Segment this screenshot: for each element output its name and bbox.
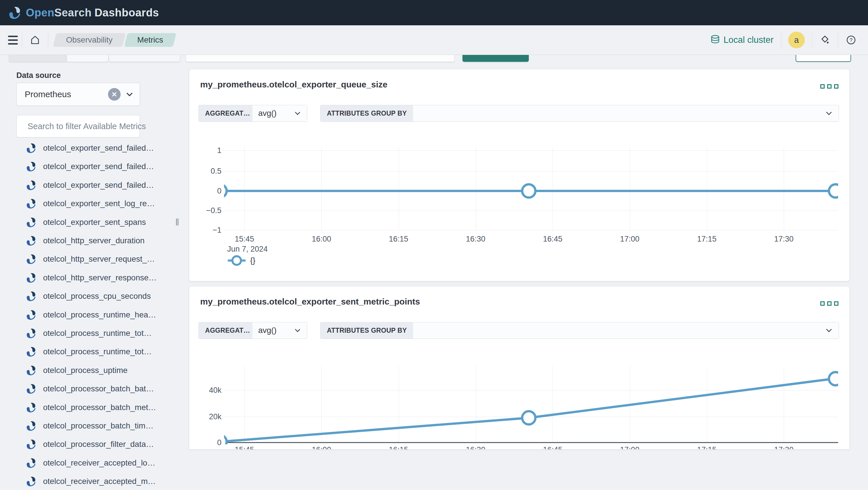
y-axis-tick-label: 0 [192, 438, 221, 447]
toolbar-primary-button-partial[interactable] [462, 55, 529, 62]
metric-list-item[interactable]: otelcol_processor_batch_bat… [25, 381, 154, 397]
toolbar-secondary-button-partial[interactable] [796, 55, 851, 62]
group-by-select[interactable]: ATTRIBUTES GROUP BY [320, 322, 839, 339]
metric-list-item[interactable]: otelcol_process_runtime_hea… [25, 307, 156, 323]
clear-selection-button[interactable] [108, 88, 121, 100]
divider [48, 32, 48, 48]
database-icon [710, 35, 720, 45]
breadcrumb-metrics[interactable]: Metrics [126, 33, 175, 47]
metric-list-item[interactable]: otelcol_http_server_response… [25, 270, 157, 286]
y-axis-tick-label: −1 [192, 226, 221, 235]
metrics-search-input[interactable]: Search to filter Available Metrics [17, 115, 140, 138]
divider [838, 32, 838, 48]
aggregation-select[interactable]: AGGREGAT… avg() [198, 322, 307, 339]
opensearch-brand[interactable]: OpenSearchDashboards [7, 5, 159, 20]
metric-list-item[interactable]: otelcol_processor_batch_tim… [25, 418, 153, 434]
available-metrics-list: otelcol_exporter_send_failed… otelcol_ex… [0, 140, 184, 490]
metric-list-item[interactable]: otelcol_process_runtime_tot… [25, 344, 152, 360]
chevron-down-icon [294, 110, 301, 117]
opensearch-metric-icon [25, 217, 37, 228]
hamburger-icon [8, 36, 18, 45]
toolbar-date-partial[interactable] [67, 55, 108, 62]
toolbar-range-partial[interactable] [109, 55, 180, 62]
svg-text:?: ? [849, 37, 852, 43]
metric-list-item[interactable]: otelcol_exporter_send_failed… [25, 177, 154, 193]
aggregation-label: AGGREGAT… [199, 322, 252, 339]
panel-actions-icon[interactable] [820, 301, 838, 306]
metric-name: otelcol_exporter_send_failed… [43, 143, 154, 153]
y-axis-tick-label: −0.5 [192, 206, 221, 215]
x-axis-tick-label: 17:30 [774, 235, 794, 243]
metric-list-item[interactable]: otelcol_http_server_duration [25, 233, 145, 249]
breadcrumb-observability[interactable]: Observability [55, 33, 124, 47]
help-icon: ? [846, 35, 856, 45]
metric-name: otelcol_exporter_send_failed… [43, 162, 154, 171]
opensearch-metric-icon [25, 179, 37, 191]
toolbar-strip [0, 55, 868, 62]
opensearch-metric-icon [25, 365, 37, 376]
user-avatar[interactable]: a [788, 32, 805, 48]
opensearch-metric-icon [25, 346, 37, 357]
metric-list-item[interactable]: otelcol_processor_filter_data… [25, 436, 154, 452]
aggregation-label: AGGREGAT… [199, 105, 252, 121]
menu-button[interactable] [4, 31, 22, 49]
metric-panel-queue-size: my_prometheus.otelcol_exporter_queue_siz… [189, 69, 849, 281]
clear-x-icon [111, 91, 118, 97]
y-axis-tick-label: 0 [192, 186, 221, 196]
local-cluster-button[interactable]: Local cluster [703, 35, 781, 45]
home-button[interactable] [26, 31, 44, 49]
x-axis-tick-label: 16:30 [466, 235, 486, 243]
metric-list-item[interactable]: otelcol_process_cpu_seconds [25, 288, 151, 304]
divider [812, 32, 812, 48]
app-header: OpenSearchDashboards [0, 0, 868, 25]
toolbar-quick-select-partial[interactable] [9, 55, 67, 62]
metric-list-item[interactable]: otelcol_exporter_sent_log_re… [25, 196, 155, 212]
brand-text: OpenSearchDashboards [26, 7, 159, 19]
metric-panel-sent-metric-points: my_prometheus.otelcol_exporter_sent_metr… [189, 286, 849, 449]
metric-name: otelcol_processor_batch_bat… [43, 384, 154, 393]
toolbar-search-input-partial[interactable] [186, 55, 455, 62]
x-axis-date-label: Jun 7, 2024 [227, 245, 268, 254]
x-axis-tick-label: 16:45 [543, 235, 562, 243]
chevron-down-icon [125, 90, 134, 98]
group-by-select[interactable]: ATTRIBUTES GROUP BY [320, 105, 839, 122]
metric-list-item[interactable]: otelcol_exporter_sent_spans [25, 214, 146, 230]
metric-name: otelcol_processor_filter_data… [43, 440, 154, 449]
metric-list-item[interactable]: otelcol_receiver_accepted_m… [25, 473, 156, 489]
datasource-select[interactable]: Prometheus [17, 83, 140, 106]
breadcrumb: Observability Metrics [55, 33, 176, 47]
metric-list-item[interactable]: otelcol_process_uptime [25, 362, 127, 378]
chevron-down-icon [294, 327, 301, 334]
plot-area [224, 146, 838, 231]
opensearch-metric-icon [25, 161, 37, 172]
aggregation-select[interactable]: AGGREGAT… avg() [198, 105, 307, 122]
help-button[interactable]: ? [842, 31, 860, 49]
opensearch-logo-icon [7, 5, 22, 20]
metric-name: otelcol_process_runtime_tot… [43, 329, 152, 338]
aggregation-value: avg() [258, 109, 277, 118]
chart-legend[interactable]: {} [227, 254, 255, 267]
sidebar-resize-handle[interactable]: ‖ [175, 217, 180, 228]
metric-list-item[interactable]: otelcol_process_runtime_tot… [25, 325, 152, 341]
metric-list-item[interactable]: otelcol_processor_batch_met… [25, 399, 156, 415]
search-placeholder: Search to filter Available Metrics [28, 122, 146, 131]
home-icon [30, 35, 40, 45]
opensearch-metric-icon [25, 327, 37, 339]
metric-name: otelcol_exporter_sent_log_re… [43, 199, 155, 208]
x-axis-tick-label: 16:00 [312, 445, 332, 449]
opensearch-metric-icon [25, 402, 37, 413]
metric-list-item[interactable]: otelcol_exporter_send_failed… [25, 140, 154, 156]
ink-drop-icon [820, 35, 830, 45]
metric-name: otelcol_exporter_sent_spans [43, 218, 146, 227]
datasource-value: Prometheus [25, 89, 108, 99]
y-axis-tick-label: 1 [192, 146, 221, 155]
x-axis-tick-label: 16:45 [543, 445, 562, 449]
metric-list-item[interactable]: otelcol_receiver_accepted_lo… [25, 455, 155, 471]
appearance-button[interactable] [816, 31, 834, 49]
metric-list-item[interactable]: otelcol_http_server_request_… [25, 251, 155, 267]
x-axis-tick-label: 16:15 [389, 445, 408, 449]
metric-name: otelcol_process_uptime [43, 366, 127, 375]
metric-list-item[interactable]: otelcol_exporter_send_failed… [25, 158, 154, 175]
panel-title: my_prometheus.otelcol_exporter_sent_metr… [200, 297, 420, 307]
panel-actions-icon[interactable] [820, 84, 838, 89]
